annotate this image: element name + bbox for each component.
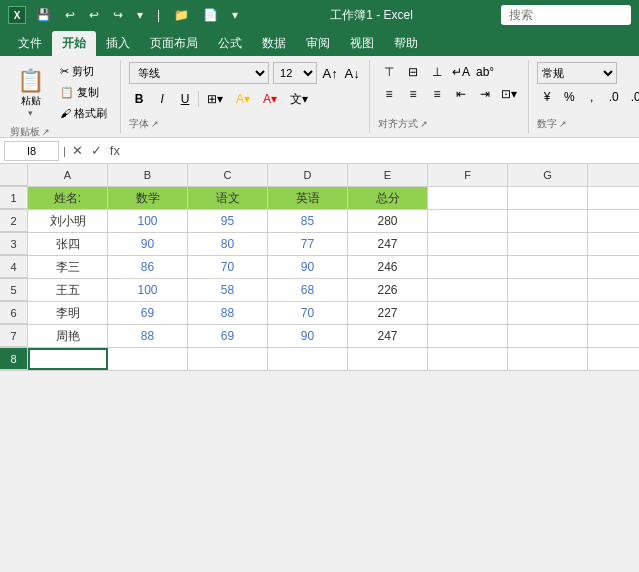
cell-d7[interactable]: 90 xyxy=(268,325,348,347)
decrease-decimal-button[interactable]: .0 xyxy=(604,87,624,107)
row-num-8[interactable]: 8 xyxy=(0,348,28,370)
cell-c4[interactable]: 70 xyxy=(188,256,268,278)
row-num-3[interactable]: 3 xyxy=(0,233,28,255)
cell-f1[interactable] xyxy=(428,187,508,209)
align-center-button[interactable]: ≡ xyxy=(402,84,424,104)
formula-fx-button[interactable]: fx xyxy=(108,143,122,158)
cell-c2[interactable]: 95 xyxy=(188,210,268,232)
italic-button[interactable]: I xyxy=(152,89,172,109)
cell-a7[interactable]: 周艳 xyxy=(28,325,108,347)
cell-c7[interactable]: 69 xyxy=(188,325,268,347)
cell-g6[interactable] xyxy=(508,302,588,324)
row-num-5[interactable]: 5 xyxy=(0,279,28,301)
tab-data[interactable]: 数据 xyxy=(252,31,296,56)
tab-pagelayout[interactable]: 页面布局 xyxy=(140,31,208,56)
number-expand[interactable]: ↗ xyxy=(559,119,567,129)
open-file-button[interactable]: 📁 xyxy=(170,6,193,24)
cell-d2[interactable]: 85 xyxy=(268,210,348,232)
cell-b4[interactable]: 86 xyxy=(108,256,188,278)
number-format-select[interactable]: 常规 xyxy=(537,62,617,84)
cell-f7[interactable] xyxy=(428,325,508,347)
undo2-button[interactable]: ↩ xyxy=(85,6,103,24)
cell-g7[interactable] xyxy=(508,325,588,347)
cell-g3[interactable] xyxy=(508,233,588,255)
cell-a3[interactable]: 张四 xyxy=(28,233,108,255)
cell-d3[interactable]: 77 xyxy=(268,233,348,255)
text-button[interactable]: 文▾ xyxy=(285,89,313,109)
row-num-4[interactable]: 4 xyxy=(0,256,28,278)
col-header-a[interactable]: A xyxy=(28,164,108,186)
cell-a8[interactable] xyxy=(28,348,108,370)
col-header-b[interactable]: B xyxy=(108,164,188,186)
formula-confirm-button[interactable]: ✓ xyxy=(89,143,104,158)
row-num-6[interactable]: 6 xyxy=(0,302,28,324)
cell-e6[interactable]: 227 xyxy=(348,302,428,324)
paste-button[interactable]: 📋 粘贴 ▾ xyxy=(10,63,51,123)
col-header-f[interactable]: F xyxy=(428,164,508,186)
cell-g8[interactable] xyxy=(508,348,588,370)
col-header-d[interactable]: D xyxy=(268,164,348,186)
cell-f5[interactable] xyxy=(428,279,508,301)
col-header-g[interactable]: G xyxy=(508,164,588,186)
align-top-button[interactable]: ⊤ xyxy=(378,62,400,82)
cell-g4[interactable] xyxy=(508,256,588,278)
formula-cancel-button[interactable]: ✕ xyxy=(70,143,85,158)
align-right-button[interactable]: ≡ xyxy=(426,84,448,104)
cell-f3[interactable] xyxy=(428,233,508,255)
merge-center-button[interactable]: ⊡▾ xyxy=(498,84,520,104)
cell-b8[interactable] xyxy=(108,348,188,370)
cell-a4[interactable]: 李三 xyxy=(28,256,108,278)
copy-button[interactable]: 📋 复制 xyxy=(55,83,112,102)
cell-c6[interactable]: 88 xyxy=(188,302,268,324)
tab-review[interactable]: 审阅 xyxy=(296,31,340,56)
cell-d1[interactable]: 英语 xyxy=(268,187,348,209)
tab-home[interactable]: 开始 xyxy=(52,31,96,56)
format-painter-button[interactable]: 🖌 格式刷 xyxy=(55,104,112,123)
cell-e1[interactable]: 总分 xyxy=(348,187,428,209)
currency-button[interactable]: ¥ xyxy=(537,87,557,107)
cell-g5[interactable] xyxy=(508,279,588,301)
undo-button[interactable]: ↩ xyxy=(61,6,79,24)
alignment-expand[interactable]: ↗ xyxy=(420,119,428,129)
cell-e8[interactable] xyxy=(348,348,428,370)
formula-input[interactable] xyxy=(126,144,635,158)
file-button2[interactable]: 📄 xyxy=(199,6,222,24)
font-shrink-button[interactable]: A↓ xyxy=(343,64,361,82)
decrease-indent-button[interactable]: ⇤ xyxy=(450,84,472,104)
borders-button[interactable]: ⊞▾ xyxy=(202,89,228,109)
wrap-text-button[interactable]: ↵A xyxy=(450,62,472,82)
cell-reference-input[interactable] xyxy=(4,141,59,161)
cell-d6[interactable]: 70 xyxy=(268,302,348,324)
cell-c1[interactable]: 语文 xyxy=(188,187,268,209)
cell-d5[interactable]: 68 xyxy=(268,279,348,301)
cell-d4[interactable]: 90 xyxy=(268,256,348,278)
font-family-select[interactable]: 等线 xyxy=(129,62,269,84)
tab-file[interactable]: 文件 xyxy=(8,31,52,56)
cell-g1[interactable] xyxy=(508,187,588,209)
cell-e2[interactable]: 280 xyxy=(348,210,428,232)
cell-a6[interactable]: 李明 xyxy=(28,302,108,324)
cell-a1[interactable]: 姓名: xyxy=(28,187,108,209)
cell-c3[interactable]: 80 xyxy=(188,233,268,255)
row-num-7[interactable]: 7 xyxy=(0,325,28,347)
tab-help[interactable]: 帮助 xyxy=(384,31,428,56)
cell-a2[interactable]: 刘小明 xyxy=(28,210,108,232)
cell-b3[interactable]: 90 xyxy=(108,233,188,255)
cell-e3[interactable]: 247 xyxy=(348,233,428,255)
font-grow-button[interactable]: A↑ xyxy=(321,64,339,82)
tab-formula[interactable]: 公式 xyxy=(208,31,252,56)
cell-a5[interactable]: 王五 xyxy=(28,279,108,301)
save-button[interactable]: 💾 xyxy=(32,6,55,24)
cell-e4[interactable]: 246 xyxy=(348,256,428,278)
row-num-2[interactable]: 2 xyxy=(0,210,28,232)
underline-button[interactable]: U xyxy=(175,89,195,109)
align-bottom-button[interactable]: ⊥ xyxy=(426,62,448,82)
cell-f8[interactable] xyxy=(428,348,508,370)
col-header-e[interactable]: E xyxy=(348,164,428,186)
row-num-1[interactable]: 1 xyxy=(0,187,28,209)
bold-button[interactable]: B xyxy=(129,89,149,109)
cell-e5[interactable]: 226 xyxy=(348,279,428,301)
cell-f6[interactable] xyxy=(428,302,508,324)
tab-insert[interactable]: 插入 xyxy=(96,31,140,56)
font-expand[interactable]: ↗ xyxy=(151,119,159,129)
